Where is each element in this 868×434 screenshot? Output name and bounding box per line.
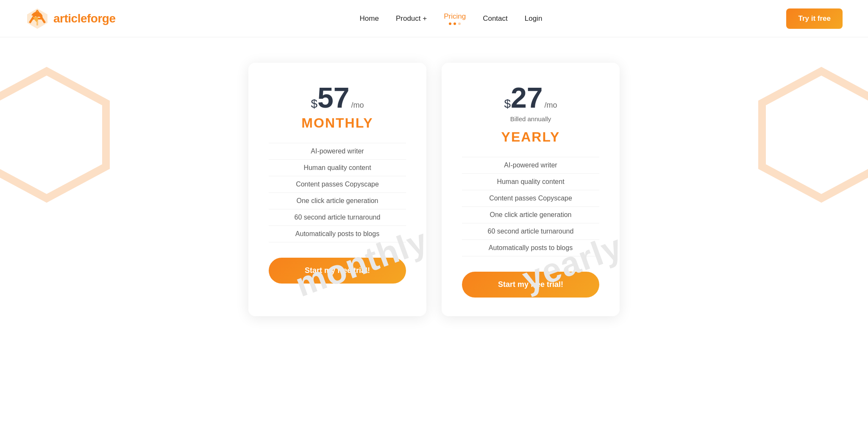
header: articleforge Home Product + Pricing Cont… [0,0,868,37]
yearly-price-amount: 27 [511,83,543,112]
list-item: Automatically posts to blogs [462,239,599,256]
list-item: One click article generation [269,192,406,209]
nav-pricing-dots [449,22,461,25]
nav-pricing-wrap: Pricing [444,12,466,25]
nav-product[interactable]: Product + [396,14,427,23]
logo: articleforge [25,7,116,31]
list-item: AI-powered writer [269,143,406,159]
monthly-plan-title: MONTHLY [269,115,406,131]
yearly-price-per: /mo [545,101,557,110]
pricing-cards-container: monthly $ 57 /mo MONTHLY AI-powered writ… [0,63,868,316]
monthly-price-amount: 57 [317,83,350,112]
monthly-price-symbol: $ [311,97,317,111]
main-nav: Home Product + Pricing Contact Login [360,12,542,25]
yearly-price-row: $ 27 /mo [462,83,599,112]
billed-annually-note: Billed annually [462,115,599,122]
monthly-cta-button[interactable]: Start my free trial! [269,258,406,284]
yearly-price-symbol: $ [504,97,511,111]
dot-1 [449,22,451,25]
yearly-features-list: AI-powered writer Human quality content … [462,157,599,256]
yearly-card: yearly $ 27 /mo Billed annually YEARLY A… [442,63,620,316]
list-item: Human quality content [462,173,599,190]
list-item: Automatically posts to blogs [269,225,406,242]
monthly-card: monthly $ 57 /mo MONTHLY AI-powered writ… [248,63,426,316]
logo-text: articleforge [53,12,116,25]
nav-pricing[interactable]: Pricing [444,12,466,21]
list-item: Content passes Copyscape [269,176,406,192]
logo-orange-text: forge [87,12,116,25]
logo-dark-text: article [53,12,87,25]
yearly-cta-button[interactable]: Start my free trial! [462,272,599,298]
logo-icon [25,7,49,31]
try-it-free-button[interactable]: Try it free [786,8,843,29]
nav-login[interactable]: Login [525,14,542,23]
monthly-price-row: $ 57 /mo [269,83,406,112]
list-item: 60 second article turnaround [462,223,599,239]
dot-3 [458,22,461,25]
nav-contact[interactable]: Contact [483,14,508,23]
nav-home[interactable]: Home [360,14,379,23]
list-item: One click article generation [462,206,599,223]
list-item: Content passes Copyscape [462,190,599,206]
yearly-plan-title: YEARLY [462,129,599,145]
list-item: 60 second article turnaround [269,209,406,225]
dot-2 [453,22,456,25]
monthly-price-per: /mo [351,101,364,110]
list-item: AI-powered writer [462,157,599,173]
monthly-features-list: AI-powered writer Human quality content … [269,143,406,242]
main-content: monthly $ 57 /mo MONTHLY AI-powered writ… [0,37,868,359]
list-item: Human quality content [269,159,406,176]
